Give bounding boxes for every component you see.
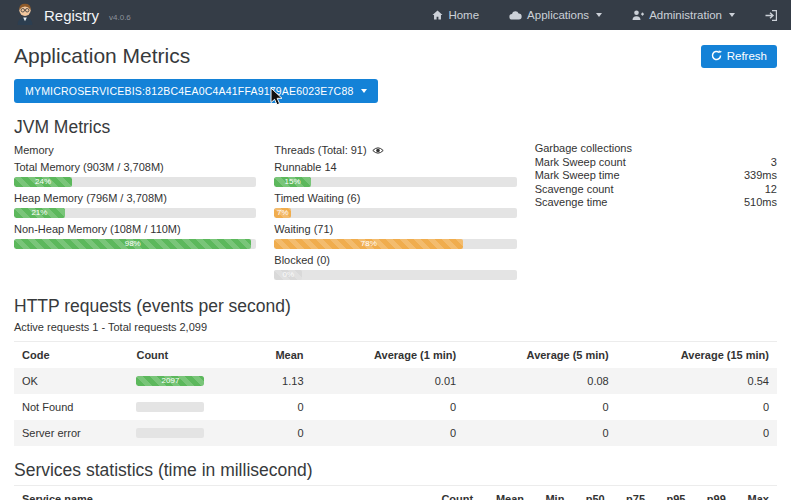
chevron-down-icon xyxy=(361,89,367,93)
memory-title: Memory xyxy=(14,144,256,156)
table-row: Server error 0 0 0 0 xyxy=(14,420,777,446)
count-progress-bar xyxy=(136,428,204,438)
column-header: Code xyxy=(14,342,128,369)
progress-bar-nonheap-memory: 98% xyxy=(14,239,256,249)
column-header: Average (15 min) xyxy=(617,342,777,369)
threads-column: Threads (Total: 91) Runnable 14 15% Time… xyxy=(274,142,516,282)
refresh-label: Refresh xyxy=(727,50,767,62)
metric-label: Non-Heap Memory (108M / 110M) xyxy=(14,223,256,235)
refresh-button[interactable]: Refresh xyxy=(701,45,777,68)
garbage-collections-column: Garbage collections Mark Sweep count3 Ma… xyxy=(535,142,777,282)
column-header: Count xyxy=(128,342,242,369)
eye-icon[interactable] xyxy=(372,146,384,155)
page-title: Application Metrics xyxy=(14,44,190,68)
gc-row: Mark Sweep time339ms xyxy=(535,169,777,183)
http-requests-subtitle: Active requests 1 - Total requests 2,099 xyxy=(14,321,777,333)
brand[interactable]: Registry v4.0.6 xyxy=(14,1,131,29)
column-header: p50 xyxy=(572,486,612,500)
progress-bar-heap-memory: 21% xyxy=(14,208,256,218)
http-requests-table: Code Count Mean Average (1 min) Average … xyxy=(14,341,777,446)
column-header: p95 xyxy=(653,486,693,500)
nav-applications-label: Applications xyxy=(527,9,589,21)
gc-row: Scavenge count12 xyxy=(535,183,777,197)
sign-out-icon xyxy=(765,10,777,21)
nav-links: Home Applications Administration xyxy=(432,9,777,21)
table-header-row: Code Count Mean Average (1 min) Average … xyxy=(14,342,777,369)
column-header: Mean xyxy=(243,342,312,369)
nav-item-administration[interactable]: Administration xyxy=(632,9,735,21)
metric-label: Blocked (0) xyxy=(274,254,516,266)
gc-title: Garbage collections xyxy=(535,142,777,156)
jhipster-avatar-logo-icon xyxy=(14,1,36,29)
table-row: OK 2097 1.13 0.01 0.08 0.54 xyxy=(14,368,777,394)
refresh-icon xyxy=(711,50,722,63)
column-header: Max xyxy=(734,486,777,500)
chevron-down-icon xyxy=(596,13,602,17)
metric-label: Timed Waiting (6) xyxy=(274,192,516,204)
progress-bar-total-memory: 24% xyxy=(14,177,256,187)
progress-bar-timed-waiting: 7% xyxy=(274,208,516,218)
nav-administration-label: Administration xyxy=(649,9,722,21)
metric-label: Heap Memory (796M / 3,708M) xyxy=(14,192,256,204)
services-statistics-heading: Services statistics (time in millisecond… xyxy=(14,460,777,481)
navbar: Registry v4.0.6 Home Applications xyxy=(0,0,791,30)
user-plus-icon xyxy=(632,10,644,20)
gc-row: Mark Sweep count3 xyxy=(535,156,777,170)
nav-item-home[interactable]: Home xyxy=(432,9,479,21)
threads-title: Threads (Total: 91) xyxy=(274,144,516,156)
table-header-row: Service name Count Mean Min p50 p75 p95 … xyxy=(14,486,777,500)
cloud-icon xyxy=(509,10,522,20)
app-version: v4.0.6 xyxy=(109,13,131,22)
nav-home-label: Home xyxy=(448,9,479,21)
app-title: Registry xyxy=(44,7,99,24)
column-header: p75 xyxy=(613,486,653,500)
instance-selector-label: MYMICROSERVICEBIS:812BC4EA0C4A41FFA9179A… xyxy=(25,85,353,97)
column-header: Average (5 min) xyxy=(464,342,617,369)
count-progress-bar: 2097 xyxy=(136,376,204,386)
column-header: p99 xyxy=(693,486,733,500)
jvm-metrics-heading: JVM Metrics xyxy=(14,117,777,138)
http-requests-heading: HTTP requests (events per second) xyxy=(14,296,777,317)
metric-label: Runnable 14 xyxy=(274,161,516,173)
jvm-metrics-grid: Memory Total Memory (903M / 3,708M) 24% … xyxy=(14,142,777,282)
home-icon xyxy=(432,10,443,20)
services-statistics-table: Service name Count Mean Min p50 p75 p95 … xyxy=(14,485,777,500)
count-progress-bar xyxy=(136,402,204,412)
gc-row: Scavenge time510ms xyxy=(535,196,777,210)
progress-bar-waiting: 78% xyxy=(274,239,516,249)
table-row: Not Found 0 0 0 0 xyxy=(14,394,777,420)
nav-item-applications[interactable]: Applications xyxy=(509,9,602,21)
column-header: Min xyxy=(532,486,572,500)
column-header: Average (1 min) xyxy=(312,342,465,369)
sign-out-button[interactable] xyxy=(765,10,777,21)
page-header: Application Metrics Refresh xyxy=(14,44,777,68)
chevron-down-icon xyxy=(729,13,735,17)
progress-bar-blocked: 0% xyxy=(274,270,516,280)
memory-column: Memory Total Memory (903M / 3,708M) 24% … xyxy=(14,142,256,282)
column-header: Service name xyxy=(14,486,426,500)
metric-label: Total Memory (903M / 3,708M) xyxy=(14,161,256,173)
column-header: Mean xyxy=(481,486,532,500)
column-header: Count xyxy=(426,486,481,500)
metric-label: Waiting (71) xyxy=(274,223,516,235)
instance-selector-dropdown[interactable]: MYMICROSERVICEBIS:812BC4EA0C4A41FFA9179A… xyxy=(14,79,378,103)
progress-bar-runnable: 15% xyxy=(274,177,516,187)
